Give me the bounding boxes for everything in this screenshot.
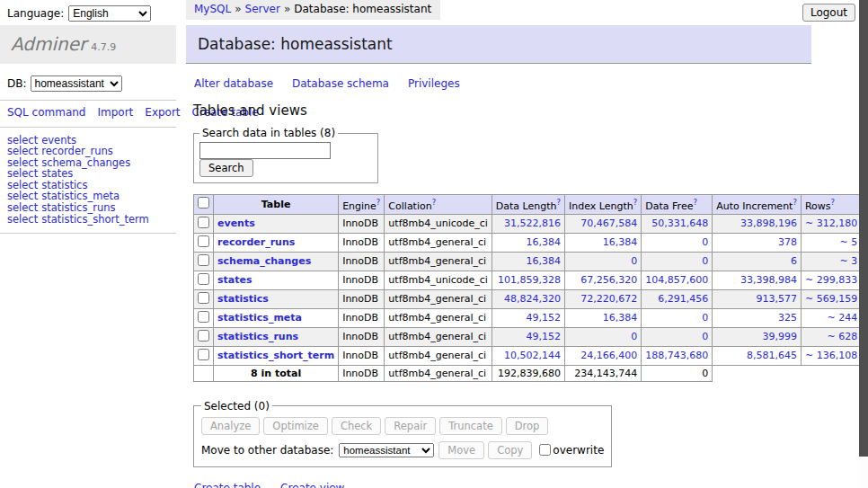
row-checkbox[interactable] bbox=[198, 235, 209, 247]
data-free-link[interactable]: 6,291,456 bbox=[658, 293, 708, 305]
auto-increment-link[interactable]: 33,898,196 bbox=[740, 217, 797, 229]
index-length-link[interactable]: 70,467,584 bbox=[580, 217, 637, 229]
scrollbar-thumb[interactable] bbox=[859, 0, 868, 457]
rows-link[interactable]: ~ 5 bbox=[839, 236, 857, 248]
row-checkbox[interactable] bbox=[198, 311, 209, 323]
selected-action-button[interactable]: Repair bbox=[385, 417, 436, 435]
data-length-link[interactable]: 101,859,328 bbox=[498, 274, 561, 286]
index-length-link[interactable]: 67,256,320 bbox=[580, 274, 637, 286]
row-checkbox[interactable] bbox=[198, 254, 209, 266]
overwrite-checkbox[interactable] bbox=[539, 444, 551, 456]
data-free-link[interactable]: 188,743,680 bbox=[645, 350, 708, 361]
select-link[interactable]: select bbox=[7, 201, 38, 214]
select-link[interactable]: select bbox=[7, 145, 38, 157]
create-link[interactable]: Create view bbox=[280, 482, 344, 488]
index-length-link[interactable]: 16,384 bbox=[603, 236, 638, 248]
col-help-link[interactable]: ? bbox=[793, 198, 797, 207]
breadcrumb-server-link[interactable]: Server bbox=[245, 3, 280, 15]
col-help-link[interactable]: ? bbox=[432, 198, 437, 207]
index-length-link[interactable]: 24,166,400 bbox=[580, 350, 637, 361]
select-link[interactable]: select bbox=[7, 213, 38, 226]
create-link[interactable]: Create table bbox=[194, 482, 261, 488]
row-checkbox[interactable] bbox=[198, 292, 209, 304]
data-free-link[interactable]: 0 bbox=[702, 331, 708, 342]
table-name-link[interactable]: statistics_meta bbox=[217, 312, 302, 324]
col-help-link[interactable]: ? bbox=[557, 198, 562, 207]
selected-action-button[interactable]: Truncate bbox=[439, 417, 502, 435]
table-name-link[interactable]: statistics_runs bbox=[217, 331, 298, 342]
rows-link[interactable]: ~ 136,108 bbox=[805, 350, 857, 361]
auto-increment-link[interactable]: 8,581,645 bbox=[747, 350, 797, 361]
row-checkbox[interactable] bbox=[198, 217, 209, 228]
language-select[interactable]: English bbox=[68, 5, 151, 22]
data-free-link[interactable]: 0 bbox=[702, 255, 708, 267]
auto-increment-link[interactable]: 378 bbox=[778, 236, 797, 248]
table-name-link[interactable]: schema_changes bbox=[217, 255, 311, 267]
index-length-link[interactable]: 16,384 bbox=[603, 312, 638, 324]
row-checkbox[interactable] bbox=[198, 273, 209, 285]
rows-link[interactable]: ~ 299,833 bbox=[805, 274, 857, 286]
page-link[interactable]: Alter database bbox=[194, 77, 273, 90]
db-select[interactable]: homeassistant bbox=[31, 75, 122, 92]
auto-increment-link[interactable]: 325 bbox=[778, 312, 797, 324]
selected-action-button[interactable]: Check bbox=[332, 417, 381, 435]
data-length-link[interactable]: 10,502,144 bbox=[504, 350, 561, 361]
data-length-link[interactable]: 49,152 bbox=[527, 312, 562, 324]
table-name-link[interactable]: statistics bbox=[217, 293, 269, 305]
data-length-link[interactable]: 16,384 bbox=[527, 255, 562, 267]
data-free-link[interactable]: 104,857,600 bbox=[645, 274, 708, 286]
auto-increment-link[interactable]: 33,398,984 bbox=[740, 274, 797, 286]
table-name-link[interactable]: recorder_runs bbox=[217, 236, 295, 248]
data-free-link[interactable]: 50,331,648 bbox=[651, 217, 708, 229]
col-help-link[interactable]: ? bbox=[633, 198, 638, 207]
data-length-link[interactable]: 49,152 bbox=[527, 331, 562, 342]
rows-link[interactable]: ~ 628 bbox=[827, 331, 857, 342]
index-length-link[interactable]: 0 bbox=[631, 331, 637, 342]
data-free-link[interactable]: 0 bbox=[702, 236, 708, 248]
col-help-link[interactable]: ? bbox=[376, 198, 381, 207]
scrollbar-track[interactable] bbox=[859, 0, 868, 488]
total-data-length: 192,839,680 bbox=[492, 365, 564, 381]
logout-button[interactable]: Logout bbox=[802, 4, 855, 22]
auto-increment-link[interactable]: 39,999 bbox=[762, 331, 797, 342]
rows-link[interactable]: ~ 3 bbox=[839, 255, 857, 267]
col-help-link[interactable]: ? bbox=[693, 198, 697, 207]
auto-increment-link[interactable]: 6 bbox=[791, 255, 797, 267]
data-length-link[interactable]: 31,522,816 bbox=[504, 217, 561, 229]
selected-action-button[interactable]: Optimize bbox=[263, 417, 328, 435]
move-button[interactable]: Move bbox=[438, 441, 484, 459]
select-all-checkbox[interactable] bbox=[198, 197, 209, 209]
sidebar-nav-link[interactable]: SQL command bbox=[7, 106, 85, 119]
index-length-link[interactable]: 72,220,672 bbox=[580, 293, 637, 305]
table-link[interactable]: statistics_runs bbox=[41, 201, 115, 214]
table-link[interactable]: recorder_runs bbox=[41, 145, 113, 157]
rows-link[interactable]: ~ 244 bbox=[827, 312, 857, 324]
row-checkbox[interactable] bbox=[198, 330, 209, 342]
page-link[interactable]: Database schema bbox=[292, 77, 389, 90]
selected-action-button[interactable]: Drop bbox=[506, 417, 549, 435]
selected-action-button[interactable]: Analyze bbox=[201, 417, 260, 435]
move-db-select[interactable]: homeassistant bbox=[339, 443, 434, 457]
col-help-link[interactable]: ? bbox=[831, 198, 836, 207]
page-link[interactable]: Privileges bbox=[408, 77, 460, 90]
collation-cell: utf8mb4_general_ci bbox=[385, 252, 492, 271]
rows-link[interactable]: ~ 569,159 bbox=[805, 293, 857, 305]
table-link[interactable]: statistics_short_term bbox=[41, 213, 149, 226]
index-length-link[interactable]: 0 bbox=[631, 255, 637, 267]
breadcrumb-mysql-link[interactable]: MySQL bbox=[194, 3, 231, 15]
row-checkbox[interactable] bbox=[198, 349, 209, 360]
search-input[interactable] bbox=[199, 142, 331, 159]
auto-increment-link[interactable]: 913,577 bbox=[756, 293, 797, 305]
search-button[interactable]: Search bbox=[199, 159, 253, 177]
table-name-link[interactable]: states bbox=[217, 274, 252, 286]
sidebar-nav-link[interactable]: Import bbox=[97, 106, 133, 119]
table-name-link[interactable]: events bbox=[217, 217, 255, 229]
copy-button[interactable]: Copy bbox=[488, 441, 532, 459]
data-length-link[interactable]: 16,384 bbox=[527, 236, 562, 248]
sidebar-nav-link[interactable]: Export bbox=[145, 106, 180, 119]
data-free-link[interactable]: 0 bbox=[702, 312, 708, 324]
data-length-link[interactable]: 48,824,320 bbox=[504, 293, 561, 305]
rows-link[interactable]: ~ 312,180 bbox=[805, 217, 857, 229]
table-name-link[interactable]: statistics_short_term bbox=[217, 350, 334, 361]
index-length-cell: 67,256,320 bbox=[565, 271, 642, 289]
